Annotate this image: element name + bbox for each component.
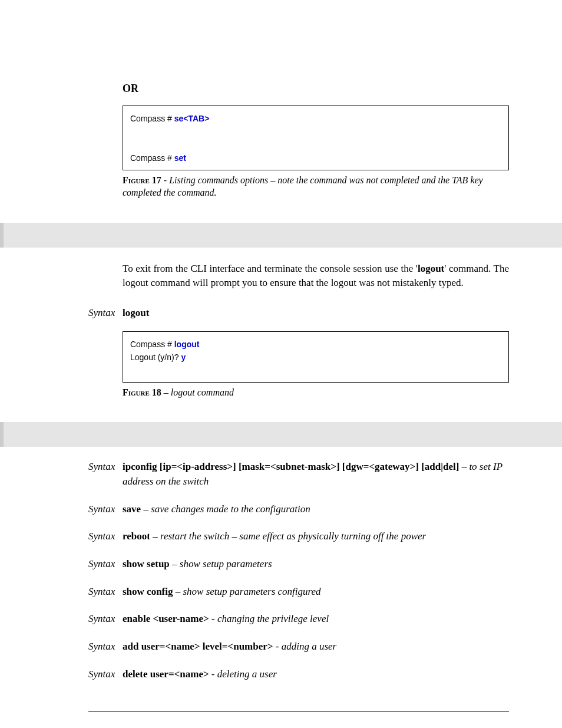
syntax-sep: – xyxy=(150,531,160,542)
syntax-label: Syntax xyxy=(88,640,123,654)
para-text: To exit from the CLI interface and termi… xyxy=(123,263,418,274)
syntax-content: add user=<name> level=<number> - adding … xyxy=(123,640,509,654)
figure-18-caption: Figure 18 – logout command xyxy=(123,386,509,399)
syntax-command: enable <user-name> xyxy=(123,613,209,624)
syntax-command: show setup xyxy=(123,558,170,569)
typed-command: set xyxy=(174,153,186,163)
syntax-content: show config – show setup parameters conf… xyxy=(123,585,509,599)
code-box-17: Compass # se<TAB> Compass # set xyxy=(123,106,509,170)
syntax-content: delete user=<name> - deleting a user xyxy=(123,667,509,682)
syntax-label: Syntax xyxy=(88,585,123,599)
code-line: Compass # set xyxy=(130,151,501,164)
syntax-label: Syntax xyxy=(88,460,123,475)
code-line: Compass # logout xyxy=(130,338,501,351)
or-heading: OR xyxy=(123,83,509,95)
syntax-content: reboot – restart the switch – same effec… xyxy=(123,529,509,544)
syntax-row: Syntax save – save changes made to the c… xyxy=(88,502,509,517)
page-content: OR Compass # se<TAB> Compass # set Figur… xyxy=(0,0,562,728)
syntax-list: Syntax ipconfig [ip=<ip-address>] [mask=… xyxy=(88,460,509,681)
syntax-label: Syntax xyxy=(88,529,123,544)
syntax-command: show config xyxy=(123,586,173,597)
syntax-sep: – xyxy=(170,558,180,569)
figure-17-caption: Figure 17 - Listing commands options – n… xyxy=(123,174,509,199)
typed-command: logout xyxy=(174,340,200,349)
syntax-sep: – xyxy=(141,503,151,515)
syntax-description: changing the privilege level xyxy=(217,613,329,624)
syntax-sep: - xyxy=(209,613,217,624)
prompt-text: Compass # xyxy=(130,114,174,123)
syntax-row: Syntax enable <user-name> - changing the… xyxy=(88,612,509,627)
code-blank-line xyxy=(130,139,501,151)
syntax-label: Syntax xyxy=(88,612,123,627)
syntax-sep: - xyxy=(209,668,217,680)
syntax-command: save xyxy=(123,503,141,515)
output-text: Logout (y/n)? xyxy=(130,353,181,362)
figure-sep: – xyxy=(161,387,171,397)
figure-description: logout command xyxy=(171,387,234,397)
typed-command: y xyxy=(181,353,186,362)
footer-rule xyxy=(88,711,509,711)
syntax-description: show setup parameters xyxy=(180,558,272,569)
syntax-description: save changes made to the configuration xyxy=(151,503,310,515)
code-blank-line xyxy=(130,364,501,377)
syntax-sep: – xyxy=(173,586,183,597)
syntax-command: delete user=<name> xyxy=(123,668,209,680)
syntax-content: enable <user-name> - changing the privil… xyxy=(123,612,509,627)
syntax-row: Syntax reboot – restart the switch – sam… xyxy=(88,529,509,544)
syntax-description: restart the switch – same effect as phys… xyxy=(160,531,426,542)
syntax-content: save – save changes made to the configur… xyxy=(123,502,509,517)
section-divider-bar xyxy=(0,422,562,447)
code-blank-line xyxy=(130,125,501,138)
syntax-command: add user=<name> level=<number> xyxy=(123,641,273,652)
prompt-text: Compass # xyxy=(130,340,174,349)
figure-sep: - xyxy=(161,175,169,185)
syntax-row-logout: Syntax logout xyxy=(88,306,509,321)
syntax-sep: - xyxy=(273,641,282,652)
code-box-18: Compass # logout Logout (y/n)? y xyxy=(123,331,509,383)
syntax-label: Syntax xyxy=(88,306,123,321)
syntax-label: Syntax xyxy=(88,557,123,572)
code-line: Logout (y/n)? y xyxy=(130,351,501,364)
exit-paragraph: To exit from the CLI interface and termi… xyxy=(123,262,509,291)
syntax-row: Syntax ipconfig [ip=<ip-address>] [mask=… xyxy=(88,460,509,489)
logout-keyword: logout xyxy=(418,263,444,274)
syntax-description: deleting a user xyxy=(217,668,277,680)
typed-command: se<TAB> xyxy=(174,114,210,123)
syntax-description: adding a user xyxy=(282,641,337,652)
prompt-text: Compass # xyxy=(130,153,174,163)
syntax-command: logout xyxy=(123,307,149,318)
syntax-row: Syntax delete user=<name> - deleting a u… xyxy=(88,667,509,682)
syntax-label: Syntax xyxy=(88,667,123,682)
figure-label: Figure 18 xyxy=(123,387,161,397)
syntax-content: show setup – show setup parameters xyxy=(123,557,509,572)
syntax-content: ipconfig [ip=<ip-address>] [mask=<subnet… xyxy=(123,460,509,489)
figure-label: Figure 17 xyxy=(123,175,161,185)
syntax-row: Syntax show config – show setup paramete… xyxy=(88,585,509,599)
section-divider-bar xyxy=(0,223,562,248)
syntax-command: reboot xyxy=(123,531,150,542)
syntax-label: Syntax xyxy=(88,502,123,517)
syntax-sep: – xyxy=(459,461,469,472)
code-line: Compass # se<TAB> xyxy=(130,112,501,125)
figure-description: Listing commands options – note the comm… xyxy=(123,175,483,198)
syntax-row: Syntax add user=<name> level=<number> - … xyxy=(88,640,509,654)
syntax-description: show setup parameters configured xyxy=(183,586,320,597)
syntax-content: logout xyxy=(123,306,509,321)
syntax-command: ipconfig [ip=<ip-address>] [mask=<subnet… xyxy=(123,461,459,472)
syntax-row: Syntax show setup – show setup parameter… xyxy=(88,557,509,572)
